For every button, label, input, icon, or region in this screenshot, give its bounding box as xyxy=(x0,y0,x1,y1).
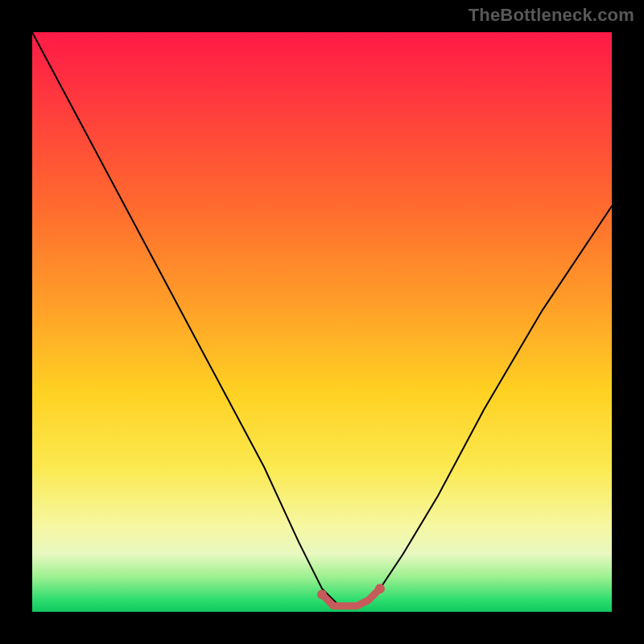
watermark-text: TheBottleneck.com xyxy=(469,5,634,26)
valley-endpoint-0 xyxy=(317,589,327,599)
chart-frame: TheBottleneck.com xyxy=(0,0,644,644)
chart-svg xyxy=(32,32,612,612)
valley-endpoint-1 xyxy=(375,584,385,593)
plot-area xyxy=(32,32,612,612)
bottleneck-curve xyxy=(32,32,612,606)
